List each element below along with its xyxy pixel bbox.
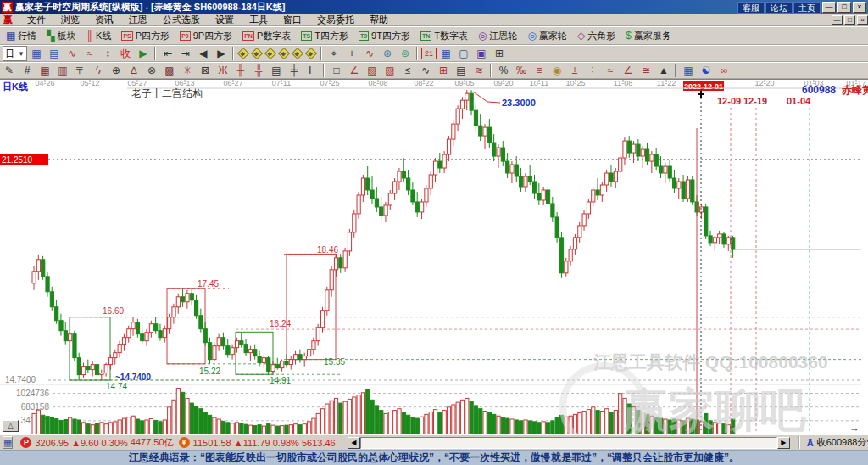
tri-up-icon[interactable]: ▲ — [655, 63, 672, 78]
next-bar-icon[interactable]: ▶ — [213, 46, 230, 61]
sz-index-icon[interactable]: ¥ — [179, 437, 190, 448]
title-link-home[interactable]: 主页 — [793, 2, 821, 14]
scrollbar-track[interactable] — [360, 437, 777, 449]
circle-x-icon[interactable]: ⊗ — [143, 63, 160, 78]
menu-item-工具[interactable]: 工具 — [242, 14, 275, 26]
post-icon[interactable]: 〒 — [72, 63, 89, 78]
rect-tool-icon[interactable]: □ — [328, 63, 345, 78]
waves-icon[interactable]: ≋ — [470, 63, 487, 78]
chart-mode-icon[interactable]: ▦ — [28, 46, 45, 61]
grid-hash-icon[interactable]: # — [19, 63, 36, 78]
play-icon[interactable]: ▶ — [135, 46, 152, 61]
shade-b-icon[interactable]: ▧ — [381, 63, 398, 78]
gann-cycle-diamond-button[interactable] — [292, 48, 303, 59]
congruent-icon[interactable]: ≅ — [637, 63, 654, 78]
grid-plus-icon[interactable]: ⊞ — [435, 63, 452, 78]
divide-icon[interactable]: ÷ — [584, 63, 601, 78]
close-price-icon[interactable]: 收 — [117, 46, 134, 61]
approx-icon[interactable]: ≈ — [602, 63, 619, 78]
toolbar-button-行情[interactable]: ▦行情 — [2, 28, 41, 43]
volume-pane-toggle-button[interactable]: △ — [3, 420, 19, 432]
go-last-icon[interactable]: ⇥ — [177, 46, 194, 61]
permille-icon[interactable]: ‰ — [513, 63, 530, 78]
title-link-support[interactable]: 客服 — [737, 2, 765, 14]
toolbar-button-赢家服务[interactable]: $赢家服务 — [621, 28, 676, 43]
menu-item-帮助[interactable]: 帮助 — [362, 14, 396, 26]
chart-hscrollbar[interactable]: ◀ ▶ — [348, 437, 790, 449]
title-link-forum[interactable]: 论坛 — [765, 2, 793, 14]
toolbar-button-9T四方形[interactable]: T99T四方形 — [354, 28, 415, 43]
h-bars-icon[interactable]: Ͱ — [303, 63, 320, 78]
toolbar-button-赢家轮[interactable]: ◎赢家轮 — [524, 28, 571, 43]
toolbar-button-9P四方形[interactable]: P99P四方形 — [175, 28, 236, 43]
sh-index-icon[interactable]: P — [20, 437, 31, 448]
zhi-icon[interactable]: Ж — [214, 63, 231, 78]
toolbar-button-江恩轮[interactable]: ◎江恩轮 — [474, 28, 521, 43]
toolbar-button-P数字表[interactable]: PNP数字表 — [238, 28, 295, 43]
period-select[interactable]: 日▼ — [3, 46, 27, 61]
gann-box-icon[interactable]: ▥ — [54, 63, 71, 78]
scroll-left-icon[interactable]: ◀ — [348, 437, 360, 449]
wave-small-icon[interactable]: ∿ — [64, 46, 81, 61]
target-icon[interactable]: ◉ — [548, 63, 565, 78]
taiji-icon[interactable]: ☯ — [698, 63, 715, 78]
mdi-minimize-button[interactable]: — — [832, 15, 843, 25]
toolbar-button-板块[interactable]: ▚板块 — [42, 28, 80, 43]
mdi-restore-button[interactable]: □ — [844, 15, 855, 25]
transfer-icon[interactable]: ⊞ — [491, 46, 508, 61]
toolbar-button-P四方形[interactable]: PSP四方形 — [117, 28, 174, 43]
gann-grid-icon[interactable]: ▦ — [36, 63, 53, 78]
menu-item-设置[interactable]: 设置 — [208, 14, 242, 26]
pencil-icon[interactable]: ✎ — [1, 63, 18, 78]
menu-item-资讯[interactable]: 资讯 — [87, 14, 121, 26]
lines-icon[interactable]: ▤ — [268, 63, 285, 78]
info-panel-icon[interactable]: ▤ — [46, 46, 63, 61]
circle-cross-icon[interactable]: ⊕ — [108, 63, 125, 78]
grid-window-icon[interactable]: ▦ — [680, 63, 697, 78]
double-rail-icon[interactable]: ╪ — [286, 63, 303, 78]
chart-area[interactable]: 日K线 04-2605-1205-2706-1306-2707-1107-250… — [0, 79, 868, 434]
ruled-icon[interactable]: ▤ — [453, 63, 470, 78]
toolbar-button-K线[interactable]: ╫K线 — [82, 28, 116, 43]
plusminus-icon[interactable]: ± — [566, 63, 583, 78]
triangle-icon[interactable]: ∆ — [125, 63, 142, 78]
quote-grid-icon[interactable]: ▦ — [3, 436, 13, 449]
go-first-icon[interactable]: ⇤ — [159, 46, 176, 61]
star-icon[interactable]: ✳ — [179, 63, 196, 78]
zigzag-icon[interactable]: ∿ — [361, 46, 378, 61]
levels-icon[interactable]: ≡ — [531, 63, 548, 78]
infinity-icon[interactable]: ∞ — [715, 63, 732, 78]
menu-item-江恩[interactable]: 江恩 — [121, 14, 155, 26]
wave-tool-icon[interactable]: ∿ — [417, 63, 434, 78]
gann-cycle-diamond-button[interactable] — [251, 48, 263, 59]
shade-grid-icon[interactable]: ▩ — [161, 63, 178, 78]
toolbar-button-T四方形[interactable]: TST四方形 — [297, 28, 353, 43]
angle2-icon[interactable]: ∠ — [620, 63, 637, 78]
chart-canvas[interactable]: 04-2605-1205-2706-1306-2707-1107-2508-08… — [0, 80, 868, 435]
tick-feed-label[interactable]: 收600988分笔 — [817, 436, 868, 449]
hand-tool-icon[interactable]: ⌖ — [326, 46, 342, 61]
wave-large-icon[interactable]: ≈ — [81, 46, 98, 61]
menu-item-交易委托[interactable]: 交易委托 — [309, 14, 362, 26]
ratio-icon[interactable]: % — [495, 63, 512, 78]
gann-cycle-diamond-button[interactable] — [237, 48, 249, 59]
calendar-21-icon[interactable]: 21 — [421, 48, 437, 59]
save-icon[interactable]: ▣ — [473, 46, 490, 61]
slope-icon[interactable]: ≤ — [399, 63, 416, 78]
toolbar-button-六角形[interactable]: ◇六角形 — [573, 28, 620, 43]
shade-a-icon[interactable]: ▨ — [364, 63, 381, 78]
mdi-close-button[interactable]: × — [857, 15, 868, 25]
minimize-button[interactable]: — — [822, 2, 836, 13]
menu-item-文件[interactable]: 文件 — [19, 14, 53, 26]
close-button[interactable]: × — [853, 2, 866, 13]
box-x-icon[interactable]: ⊠ — [197, 63, 214, 78]
period-label[interactable]: 日K线 — [3, 81, 28, 93]
rail-icon[interactable]: ╫ — [232, 63, 249, 78]
prev-bar-icon[interactable]: ◀ — [195, 46, 212, 61]
restore-button[interactable]: □ — [837, 2, 851, 13]
toolbar-button-T数字表[interactable]: TNT数字表 — [416, 28, 472, 43]
bolt-icon[interactable]: ϟ — [90, 63, 107, 78]
menu-item-公式选股[interactable]: 公式选股 — [155, 14, 208, 26]
gann-cycle-diamond-button[interactable] — [264, 48, 276, 59]
scroll-right-icon[interactable]: ▶ — [777, 437, 790, 449]
